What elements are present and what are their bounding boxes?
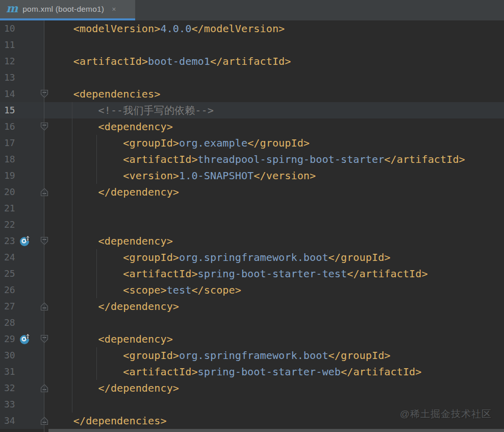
code-text[interactable]: <dependencies> [44, 86, 504, 102]
code-text[interactable]: <groupId>org.springframework.boot</group… [44, 347, 504, 364]
line-number: 26 [0, 282, 44, 298]
line-number: 32 [0, 380, 44, 396]
code-segment-val: boot-demo1 [148, 55, 210, 67]
tab-title: pom.xml (boot-demo1) [22, 5, 104, 14]
code-text[interactable]: <scope>test</scope> [44, 282, 504, 298]
code-segment-tag: <groupId> [48, 349, 179, 362]
code-segment-val: threadpool-spirng-boot-starter [198, 153, 385, 165]
code-segment-tag: <dependency> [48, 121, 173, 133]
code-segment-tag: </artifactId> [384, 153, 465, 165]
code-text[interactable] [44, 217, 504, 233]
code-line: 19 <version>1.0-SNAPSHOT</version> [0, 167, 504, 184]
line-number: 30 [0, 347, 44, 364]
code-segment-tag: </scope> [191, 284, 241, 296]
code-line: 20 </dependency> [0, 184, 504, 200]
code-segment-tag: </groupId> [329, 349, 391, 362]
line-number: 13 [0, 69, 44, 86]
editor-tab-bar: m pom.xml (boot-demo1) × [0, 0, 504, 20]
code-segment-tag: <groupId> [48, 251, 179, 263]
fold-marker-start[interactable] [40, 334, 48, 346]
code-text[interactable]: <version>1.0-SNAPSHOT</version> [44, 167, 504, 184]
code-text[interactable] [44, 69, 504, 86]
fold-marker-start[interactable] [40, 122, 48, 133]
code-text[interactable]: <artifactId>spring-boot-starter-web</art… [44, 364, 504, 380]
code-text[interactable]: <dependency> [44, 118, 504, 135]
code-segment-tag: <artifactId> [48, 153, 198, 165]
code-text[interactable]: </dependency> [44, 184, 504, 200]
code-segment-tag: <modelVersion> [48, 22, 160, 35]
line-number: 17 [0, 135, 44, 151]
line-number: 34 [0, 413, 44, 429]
fold-marker-end[interactable] [40, 187, 48, 199]
line-number: 28 [0, 315, 44, 331]
code-segment-tag: </dependency> [48, 382, 179, 394]
line-number: 25 [0, 266, 44, 282]
dependency-update-icon[interactable] [19, 333, 31, 347]
code-line: 15 <!--我们手写的依赖--> [0, 102, 504, 118]
code-segment-tag: </artifactId> [210, 55, 291, 67]
code-text[interactable]: <dependency> [44, 331, 504, 347]
code-line: 31 <artifactId>spring-boot-starter-web</… [0, 364, 504, 380]
code-text[interactable]: <modelVersion>4.0.0</modelVersion> [44, 20, 504, 37]
code-segment-tag: <dependency> [48, 333, 173, 345]
line-number: 21 [0, 200, 44, 217]
line-number: 14 [0, 86, 44, 102]
code-line: 27 </dependency> [0, 298, 504, 315]
code-text[interactable]: </dependency> [44, 298, 504, 315]
line-number: 16 [0, 118, 44, 135]
code-text[interactable]: <groupId>org.springframework.boot</group… [44, 249, 504, 266]
code-line: 10 <modelVersion>4.0.0</modelVersion> [0, 20, 504, 37]
code-line: 25 <artifactId>spring-boot-starter-test<… [0, 266, 504, 282]
code-line: 29 <dependency> [0, 331, 504, 347]
code-line: 16 <dependency> [0, 118, 504, 135]
code-text[interactable] [44, 200, 504, 217]
code-segment-val: spring-boot-starter-web [198, 366, 341, 378]
fold-marker-end[interactable] [40, 383, 48, 395]
code-text[interactable]: <dependency> [44, 233, 504, 249]
code-segment-tag: <artifactId> [48, 268, 198, 280]
indent-guide [96, 135, 97, 184]
indent-guide [96, 249, 97, 298]
code-text[interactable]: <artifactId>spring-boot-starter-test</ar… [44, 266, 504, 282]
fold-marker-end[interactable] [40, 302, 48, 313]
code-segment-tag: <version> [48, 170, 179, 182]
dependency-update-icon[interactable] [19, 235, 31, 249]
indent-guide [96, 347, 97, 380]
fold-marker-start[interactable] [40, 236, 48, 248]
code-segment-val: test [167, 284, 192, 296]
watermark-text: @稀土掘金技术社区 [400, 407, 492, 421]
fold-marker-start[interactable] [40, 89, 48, 101]
code-segment-tag: </groupId> [247, 137, 310, 149]
code-text[interactable]: <groupId>org.example</groupId> [44, 135, 504, 151]
code-line: 23 <dependency> [0, 233, 504, 249]
line-number: 24 [0, 249, 44, 266]
fold-marker-end[interactable] [40, 416, 48, 427]
line-number: 20 [0, 184, 44, 200]
code-text[interactable]: <artifactId>boot-demo1</artifactId> [44, 53, 504, 69]
code-segment-tag: <dependencies> [48, 88, 160, 100]
line-number: 33 [0, 396, 44, 413]
code-line: 30 <groupId>org.springframework.boot</gr… [0, 347, 504, 364]
code-text[interactable] [44, 37, 504, 53]
code-editor[interactable]: 10 <modelVersion>4.0.0</modelVersion>111… [0, 20, 504, 432]
code-line: 12 <artifactId>boot-demo1</artifactId> [0, 53, 504, 69]
code-text[interactable]: <!--我们手写的依赖--> [44, 102, 504, 118]
line-number: 19 [0, 167, 44, 184]
code-segment-tag: <dependency> [48, 235, 173, 247]
code-segment-tag: <scope> [48, 284, 167, 296]
code-segment-tag: </dependency> [48, 186, 179, 198]
code-line: 26 <scope>test</scope> [0, 282, 504, 298]
close-icon[interactable]: × [112, 6, 116, 13]
ide-window: m pom.xml (boot-demo1) × 10 <modelVersio… [0, 0, 504, 432]
code-text[interactable]: </dependency> [44, 380, 504, 396]
code-segment-val: 1.0-SNAPSHOT [179, 170, 254, 182]
code-segment-tag: <groupId> [48, 137, 179, 149]
code-text[interactable]: <artifactId>threadpool-spirng-boot-start… [44, 151, 504, 167]
tab-pom-xml[interactable]: m pom.xml (boot-demo1) × [0, 0, 135, 20]
code-line: 21 [0, 200, 504, 217]
horizontal-scrollbar[interactable] [48, 429, 504, 432]
code-text[interactable] [44, 315, 504, 331]
line-number: 27 [0, 298, 44, 315]
code-line: 24 <groupId>org.springframework.boot</gr… [0, 249, 504, 266]
code-segment-tag: </dependency> [48, 300, 179, 313]
